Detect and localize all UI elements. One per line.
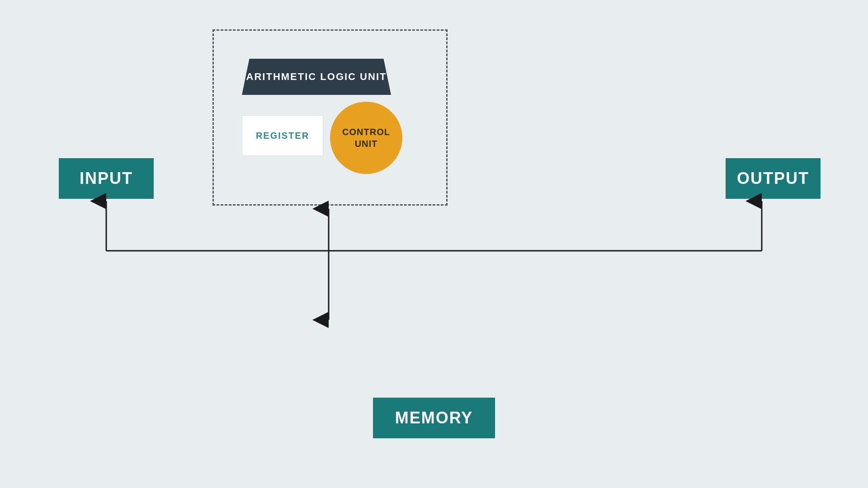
output-label: OUTPUT xyxy=(737,169,809,188)
register-box: REGISTER xyxy=(242,115,323,156)
memory-label: MEMORY xyxy=(395,408,473,427)
control-unit-circle: CONTROL UNIT xyxy=(330,102,402,174)
input-label: INPUT xyxy=(80,169,133,188)
output-box: OUTPUT xyxy=(726,158,821,199)
alu-banner: ARITHMETIC LOGIC UNIT xyxy=(242,59,391,95)
control-unit-label: CONTROL UNIT xyxy=(342,126,390,150)
input-box: INPUT xyxy=(59,158,154,199)
diagram-container: ARITHMETIC LOGIC UNIT REGISTER CONTROL U… xyxy=(0,0,868,488)
memory-box: MEMORY xyxy=(373,398,495,438)
register-label: REGISTER xyxy=(256,131,309,141)
alu-title: ARITHMETIC LOGIC UNIT xyxy=(246,71,387,83)
